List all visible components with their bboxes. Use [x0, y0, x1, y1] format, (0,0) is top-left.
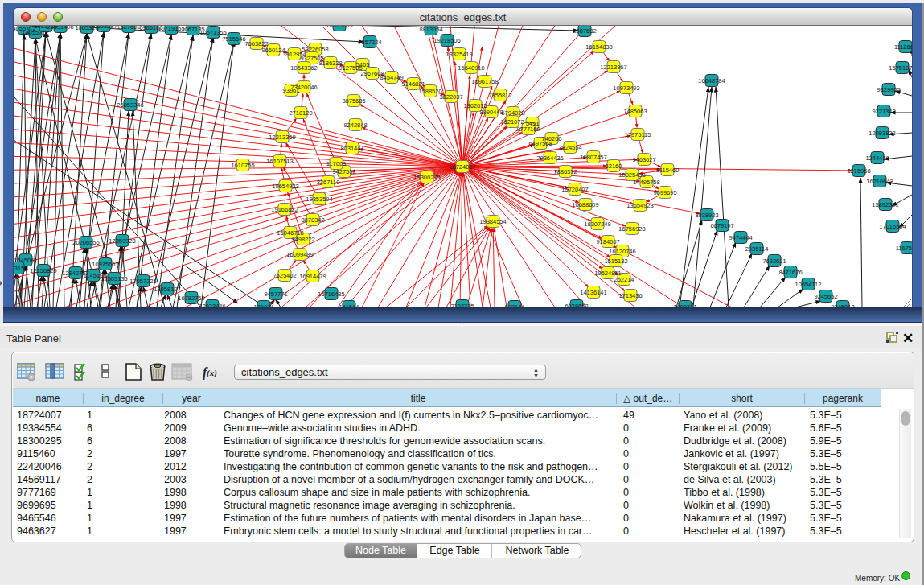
- svg-text:1545061: 1545061: [14, 257, 37, 264]
- svg-text:603144: 603144: [504, 303, 524, 308]
- svg-text:10543362: 10543362: [290, 64, 317, 72]
- svg-text:1621072: 1621072: [500, 118, 524, 126]
- svg-text:8878342: 8878342: [301, 216, 324, 224]
- svg-text:3267110: 3267110: [317, 179, 340, 186]
- svg-text:14136141: 14136141: [580, 289, 606, 296]
- svg-text:12923446: 12923446: [199, 303, 225, 308]
- svg-text:9427552: 9427552: [332, 168, 355, 175]
- svg-text:6028652: 6028652: [565, 303, 588, 308]
- svg-text:12093823: 12093823: [869, 130, 895, 137]
- svg-text:7886372: 7886372: [553, 168, 577, 175]
- svg-text:8813054: 8813054: [419, 26, 442, 33]
- svg-text:7955812: 7955812: [488, 92, 511, 99]
- svg-text:13325419: 13325419: [446, 51, 472, 58]
- svg-text:10688609: 10688609: [572, 201, 598, 208]
- svg-text:62160: 62160: [606, 163, 622, 170]
- svg-text:9184067: 9184067: [596, 238, 619, 245]
- svg-text:15892391: 15892391: [872, 201, 898, 208]
- svg-text:9660124: 9660124: [261, 47, 285, 54]
- svg-text:1167534: 1167534: [896, 245, 912, 252]
- svg-text:15720407: 15720407: [561, 186, 588, 193]
- svg-text:9463627: 9463627: [632, 156, 655, 163]
- svg-text:20364436: 20364436: [536, 154, 563, 162]
- svg-text:93961: 93961: [283, 87, 300, 94]
- svg-text:1615132: 1615132: [604, 257, 627, 265]
- svg-text:8454749: 8454749: [380, 74, 403, 81]
- svg-text:23691406: 23691406: [47, 26, 73, 31]
- svg-text:10025438: 10025438: [618, 171, 645, 179]
- svg-text:16648784: 16648784: [698, 77, 725, 84]
- svg-text:16210643: 16210643: [866, 178, 893, 185]
- svg-text:15716485: 15716485: [318, 290, 344, 298]
- svg-text:746266: 746266: [541, 135, 561, 142]
- svg-text:8031444: 8031444: [340, 145, 363, 152]
- svg-text:1610755: 1610755: [231, 162, 254, 169]
- svg-text:12213369: 12213369: [269, 134, 295, 141]
- svg-text:12156829: 12156829: [30, 267, 56, 274]
- svg-text:10975667: 10975667: [92, 261, 118, 268]
- svg-text:16033809: 16033809: [326, 26, 352, 29]
- svg-text:7357224: 7357224: [358, 39, 381, 46]
- svg-text:9777169: 9777169: [516, 126, 540, 133]
- svg-text:8990448: 8990448: [479, 109, 503, 116]
- svg-text:13654923: 13654923: [626, 202, 653, 209]
- svg-text:8215958: 8215958: [847, 167, 870, 175]
- svg-text:26053346: 26053346: [117, 101, 143, 109]
- svg-text:9457771: 9457771: [264, 290, 287, 298]
- svg-text:2935114: 2935114: [745, 245, 769, 253]
- svg-text:2718120: 2718120: [289, 109, 312, 117]
- svg-text:16914479: 16914479: [299, 273, 326, 280]
- svg-text:8938923: 8938923: [695, 212, 718, 219]
- svg-text:13958127: 13958127: [154, 286, 180, 293]
- svg-text:16756928: 16756928: [618, 225, 645, 233]
- svg-text:6679197: 6679197: [710, 222, 733, 229]
- svg-text:9245012: 9245012: [831, 303, 854, 308]
- svg-text:15751074: 15751074: [889, 64, 912, 72]
- svg-text:17975115: 17975115: [625, 131, 651, 138]
- svg-text:9115460: 9115460: [656, 167, 680, 174]
- svg-text:19353594: 19353594: [306, 196, 332, 203]
- svg-text:10973493: 10973493: [613, 84, 639, 92]
- svg-text:16782759: 16782759: [178, 295, 204, 302]
- svg-text:9245652: 9245652: [814, 293, 837, 300]
- svg-text:9242848: 9242848: [343, 122, 367, 129]
- svg-text:16961758: 16961758: [471, 78, 498, 85]
- svg-text:3822037: 3822037: [439, 93, 462, 101]
- svg-text:9227343: 9227343: [872, 108, 895, 115]
- svg-text:15300275: 15300275: [413, 174, 440, 181]
- svg-text:1527602: 1527602: [117, 26, 140, 31]
- svg-text:12505135: 12505135: [101, 275, 127, 282]
- svg-text:10807457: 10807457: [580, 154, 606, 161]
- svg-text:3824554: 3824554: [558, 144, 581, 151]
- svg-text:12213967: 12213967: [600, 64, 626, 71]
- svg-text:17957225: 17957225: [129, 278, 156, 285]
- svg-text:6794028: 6794028: [501, 109, 524, 117]
- svg-text:2102315: 2102315: [450, 303, 474, 308]
- svg-text:18724007: 18724007: [449, 163, 475, 171]
- svg-text:2087682: 2087682: [573, 27, 596, 35]
- svg-text:19654933: 19654933: [272, 183, 298, 190]
- svg-text:129234: 129234: [253, 303, 273, 308]
- svg-text:20206556: 20206556: [72, 239, 99, 246]
- svg-text:16640910: 16640910: [458, 64, 484, 72]
- svg-text:19384554: 19384554: [479, 218, 506, 225]
- svg-text:(x): (x): [207, 368, 217, 378]
- svg-text:1112667: 1112667: [894, 43, 912, 51]
- svg-text:16154838: 16154838: [585, 43, 612, 51]
- svg-text:53226058: 53226058: [302, 46, 328, 53]
- svg-text:1890721: 1890721: [673, 303, 696, 308]
- svg-text:1713436: 1713436: [618, 292, 642, 299]
- svg-text:5465: 5465: [356, 61, 370, 68]
- svg-text:8471676: 8471676: [778, 269, 802, 276]
- svg-text:7625402: 7625402: [273, 272, 296, 279]
- svg-text:7632621: 7632621: [762, 257, 786, 265]
- svg-text:16099489: 16099489: [286, 251, 313, 258]
- svg-text:161514: 161514: [339, 303, 359, 308]
- svg-text:9498222: 9498222: [291, 236, 314, 243]
- svg-text:9474444: 9474444: [729, 234, 752, 241]
- svg-text:117003: 117003: [326, 160, 346, 167]
- svg-text:14055712: 14055712: [22, 29, 48, 36]
- svg-text:9699695: 9699695: [653, 189, 676, 196]
- svg-text:7485063: 7485063: [623, 108, 647, 115]
- svg-text:10653287: 10653287: [90, 26, 117, 30]
